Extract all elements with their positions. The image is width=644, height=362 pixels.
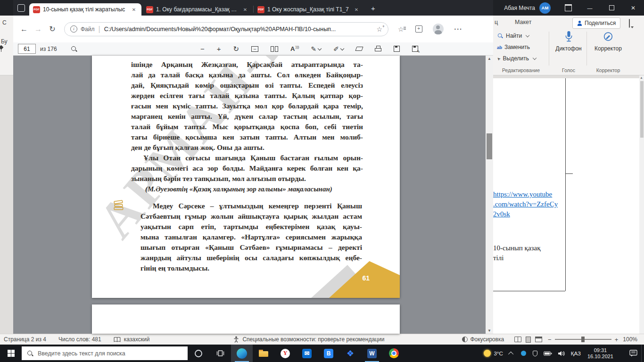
language-indicator[interactable]: ҚАЗ [571,351,581,356]
new-tab-button[interactable] [369,4,378,13]
corrector-button[interactable]: Корректор [589,31,627,66]
pdf-search-icon[interactable] [71,46,77,52]
hidden-icons-chevron[interactable] [508,351,513,356]
scroll-up-icon[interactable]: ▲ [487,57,491,61]
ribbon-tab-fragment[interactable]: ц [495,19,498,25]
word-scrollbar[interactable]: ▲ [639,75,644,334]
collections-icon[interactable] [415,25,422,33]
taskbar-app-edge[interactable] [231,345,253,362]
restore-button[interactable] [601,0,622,16]
taskbar-search[interactable]: Введите здесь текст для поиска [22,346,188,360]
status-word-count[interactable]: Число слов: 481 [58,336,101,343]
taskbar-app-yandex[interactable]: Y [274,345,296,362]
weather-widget[interactable]: 3°C [484,350,503,357]
minimize-button[interactable] [579,0,601,16]
browser-tab[interactable]: PDF 1 Оку жоспары_Қазақ тілі Т1_7 [254,3,364,16]
volume-icon[interactable] [558,351,565,356]
back-button[interactable]: ← [17,25,31,33]
cortana-icon [194,349,203,358]
scroll-up-icon[interactable]: ▲ [640,76,643,79]
dictate-button[interactable]: Диктофон [552,31,586,66]
user-avatar[interactable]: АМ [539,2,551,14]
status-accessibility[interactable]: Специальные возможности: проверьте реком… [242,336,384,343]
word-user-name[interactable]: Абая Мечта [504,5,535,11]
menu-ellipsis-icon[interactable] [454,24,462,34]
ribbon-tab-layout[interactable]: Макет [515,19,531,25]
word-page[interactable]: https://www.youtube.com/watch?v=ZzfeCy2v… [490,78,639,334]
close-button[interactable] [622,0,644,16]
find-button[interactable]: Найти [497,33,529,39]
forward-button[interactable]: → [31,25,45,33]
status-language[interactable]: казахский [124,336,150,343]
taskbar-app-vk[interactable]: В [318,345,339,362]
status-focus[interactable]: Фокусировка [470,336,504,343]
fit-width-icon[interactable] [251,46,258,52]
tab-close-icon[interactable] [130,6,138,13]
ribbon-display-options-button[interactable] [557,0,579,16]
tab-actions-icon[interactable] [17,4,25,12]
scrollbar-thumb[interactable] [487,133,492,159]
taskbar-app-explorer[interactable] [253,345,274,362]
taskbar-app-dropbox[interactable]: ❖ [339,345,361,362]
tab-close-icon[interactable] [241,6,249,13]
refresh-button[interactable]: ↻ [45,25,59,33]
comments-icon[interactable] [629,19,630,28]
scrollbar-thumb[interactable] [640,81,644,138]
scroll-down-icon[interactable]: ▼ [487,329,491,333]
chevron-down-icon [533,56,537,60]
page-number-input[interactable]: 61 [18,44,36,54]
taskbar-app-chrome[interactable] [383,345,405,362]
print-icon[interactable] [375,46,381,52]
task-view-button[interactable] [209,345,231,362]
zoom-in-button[interactable]: + [615,336,619,343]
taskbar-clock[interactable]: 09:31 16.10.2021 [587,347,613,360]
print-layout-icon[interactable] [526,337,531,343]
taskbar-app-word[interactable]: W [361,345,383,362]
select-button[interactable]: Выделить [497,55,536,62]
browser-tab-active[interactable]: PDF 10-сынып қазақ тілі жаратылыс [29,3,141,16]
zoom-slider-thumb[interactable] [581,337,585,342]
profile-avatar[interactable] [433,24,444,34]
cortana-button[interactable] [188,345,209,362]
zoom-level[interactable]: 100% [623,336,637,343]
taskbar-app-mail[interactable]: ✉ [296,345,318,362]
save-as-icon[interactable] [412,46,418,52]
replace-button[interactable]: Заменить [497,44,530,50]
url-text: C:/Users/admin/Documents/Новый%20формат/… [104,26,373,33]
chrome-icon [389,348,399,358]
zoom-in-icon[interactable]: + [217,45,221,53]
defender-shield-icon[interactable] [533,351,537,356]
pdf-toolbar: 61 из 176 − + ↻ ✎ ✐ [13,42,493,56]
page-info-icon[interactable] [70,25,77,33]
ribbon-display-options-icon [565,4,572,11]
youtube-link[interactable]: https://www.youtube.com/watch?v=ZzfeCy2v… [493,189,564,219]
zoom-out-icon[interactable]: − [200,45,205,53]
editor-pen-icon [603,31,614,42]
share-label: Поделиться [585,20,616,26]
pdf-scrollbar[interactable]: ▲ ▼ [486,56,493,334]
zoom-out-button[interactable]: − [548,336,552,343]
add-favorite-icon[interactable] [376,25,382,33]
show-desktop-button[interactable] [641,345,644,362]
web-layout-icon[interactable] [535,337,542,342]
start-button[interactable] [0,345,22,362]
browser-tab[interactable]: PDF 1. Оку бағдарламасы_Қазақ тілі [142,3,253,16]
erase-icon[interactable] [355,47,363,51]
read-aloud-icon[interactable] [290,45,298,52]
battery-icon[interactable] [544,351,552,356]
read-mode-icon[interactable] [514,337,521,342]
spellcheck-icon[interactable] [114,337,121,342]
share-button[interactable]: Поделиться [572,17,620,29]
save-icon[interactable] [394,46,400,52]
action-center-icon[interactable] [629,350,637,357]
bluetooth-icon[interactable] [521,351,526,356]
favorites-icon[interactable] [398,25,404,33]
page-view-icon[interactable] [271,46,278,52]
draw-icon[interactable]: ✎ [311,45,322,53]
zoom-slider[interactable] [555,339,611,340]
tab-close-icon[interactable] [353,6,360,13]
address-bar[interactable]: Файл | C:/Users/admin/Documents/Новый%20… [64,22,388,36]
highlight-icon[interactable]: ✐ [333,45,344,53]
rotate-icon[interactable]: ↻ [233,45,239,53]
status-page-indicator[interactable]: Страница 2 из 4 [4,336,46,343]
